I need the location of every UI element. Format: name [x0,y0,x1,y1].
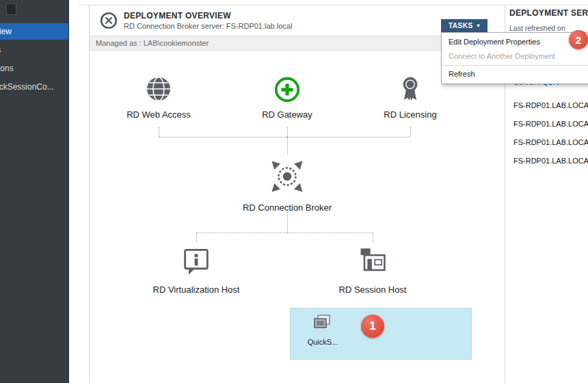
servers-panel-refreshed: Last refreshed on [509,24,565,32]
node-label: RD Virtualization Host [131,285,261,295]
collection-label: QuickS... [300,338,345,346]
server-row[interactable]: FS-RDP01.LAB.LOCAL [513,133,588,152]
connector-line [287,127,288,137]
sidebar-item-label: QuickSessionCo... [0,79,54,95]
menu-item-refresh[interactable]: Refresh [442,67,588,81]
nav-item-list: Overview Servers Collections QuickSessio… [0,23,68,97]
sidebar-item-overview[interactable]: Overview [0,23,68,40]
node-label: RD Gateway [232,109,342,120]
node-label: RD Session Host [318,285,427,295]
tasks-dropdown-menu: Edit Deployment Properties Connect to An… [441,32,588,84]
collection-tile-quicksessioncollection[interactable]: QuickS... [300,313,345,346]
node-label: RD Licensing [356,109,465,120]
info-bubble-icon [131,241,261,279]
connector-line [287,212,288,233]
deployment-overview-icon [100,12,118,32]
node-rd-connection-broker[interactable]: RD Connection Broker [219,153,356,213]
connector-line [410,127,411,137]
server-list: FS-RDP01.LAB.LOCAL FS-RDP01.LAB.LOCAL FS… [513,96,588,170]
server-row[interactable]: FS-RDP01.LAB.LOCAL [513,96,588,115]
menu-separator [442,65,588,66]
tile-subtitle: RD Connection Broker server: FS-RDP01.la… [124,22,292,30]
node-rd-gateway[interactable]: RD Gateway [232,68,342,120]
sidebar-item-label: Collections [0,60,14,77]
tasks-button[interactable]: TASKS ▾ [441,19,487,32]
menu-item-connect-to-another-deployment: Connect to Another Deployment [442,49,588,64]
connector-line [159,137,410,137]
broker-arrows-icon [219,153,356,197]
node-label: RD Web Access [104,109,213,120]
collection-monitors-icon [311,324,334,336]
chevron-down-icon: ▾ [477,23,481,29]
nav-mini-icon [6,3,16,15]
menu-item-edit-deployment-properties[interactable]: Edit Deployment Properties [442,35,588,49]
plus-circle-icon [232,68,342,104]
server-manager-window: Overview Servers Collections QuickSessio… [0,0,588,383]
tile-title: DEPLOYMENT OVERVIEW [124,11,231,21]
connector-line [196,233,373,233]
annotation-badge-1: 1 [361,315,384,338]
servers-panel-title: DEPLOYMENT SERVERS [509,8,588,18]
connector-line [159,127,159,137]
node-rd-session-host[interactable]: RD Session Host [318,241,427,295]
session-host-icon [318,241,427,279]
node-rd-virtualization-host[interactable]: RD Virtualization Host [131,241,261,295]
globe-icon [104,68,213,104]
annotation-badge-2: 2 [569,30,588,49]
rds-nav-sidebar: Overview Servers Collections QuickSessio… [0,0,69,383]
sidebar-item-quicksessioncollection[interactable]: QuickSessionCo... [0,79,68,95]
tasks-button-label: TASKS [449,22,473,29]
node-rd-web-access[interactable]: RD Web Access [104,68,213,120]
sidebar-item-collections[interactable]: Collections [0,60,68,77]
node-label: RD Connection Broker [219,202,356,213]
server-row[interactable]: FS-RDP01.LAB.LOCAL [513,115,588,133]
sidebar-item-label: Servers [0,42,1,58]
sidebar-item-label: Overview [0,23,12,40]
server-row[interactable]: FS-RDP01.LAB.LOCAL [513,152,588,170]
connector-line [287,137,288,155]
sidebar-item-servers[interactable]: Servers [0,42,68,58]
